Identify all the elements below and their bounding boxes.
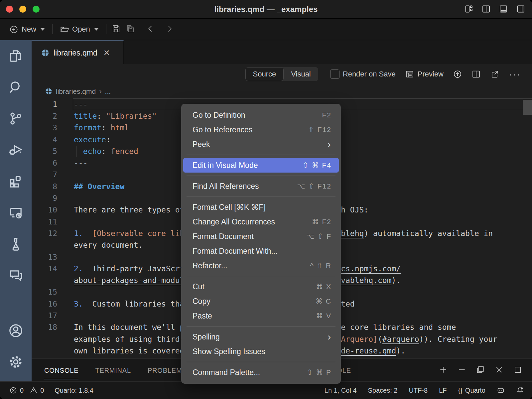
problems-status[interactable]: 0 0 [9, 386, 44, 394]
menu-item-shortcut: ^ ⇧ R [310, 262, 332, 270]
customize-layout-icon[interactable] [464, 4, 473, 15]
panel-restore-icon[interactable] [476, 365, 485, 375]
editor-scrollbar[interactable] [523, 100, 532, 115]
menu-item-command-palette[interactable]: Command Palette...⇧ ⌘ P [183, 365, 339, 380]
panel-plus-icon[interactable] [439, 365, 448, 375]
menu-item-go-to-definition[interactable]: Go to DefinitionF2 [183, 108, 339, 122]
quarto-version-status[interactable]: Quarto: 1.8.4 [55, 387, 93, 394]
notifications-bell-icon[interactable] [516, 386, 524, 394]
preview-button[interactable]: Preview [405, 69, 444, 79]
line-number: 1 [32, 100, 57, 109]
menu-item-format-document[interactable]: Format Document⌥ ⇧ F [183, 229, 339, 244]
search-sidebar-icon[interactable] [8, 79, 24, 95]
visual-mode-button[interactable]: Visual [284, 67, 318, 81]
source-control-icon[interactable] [8, 111, 24, 126]
go-forward-button[interactable] [165, 24, 174, 35]
close-tab-icon[interactable]: ✕ [103, 48, 110, 58]
panel-tab-console[interactable]: CONSOLE [44, 359, 78, 382]
menu-item-refactor[interactable]: Refactor...^ ⇧ R [183, 258, 339, 273]
menu-item-shortcut: ⇧ F12 [308, 126, 332, 134]
indentation-status[interactable]: Spaces: 2 [368, 387, 398, 394]
code-line-content: --- [74, 100, 88, 109]
menu-item-shortcut: ⌘ F2 [312, 218, 332, 226]
code-token: code-reuse.qmd [332, 346, 396, 355]
remote-explorer-icon[interactable] [8, 205, 24, 221]
open-button[interactable]: Open [57, 23, 101, 36]
menu-separator [187, 326, 335, 327]
panel-maximize-icon[interactable] [513, 365, 522, 375]
menu-item-find-all-references[interactable]: Find All References⌥ ⇧ F12 [183, 179, 339, 194]
language-mode-status[interactable]: {} Quarto [458, 387, 485, 394]
copilot-icon[interactable] [497, 386, 505, 394]
menu-item-shortcut: ⇧ ⌘ P [307, 368, 332, 376]
more-actions-button[interactable]: ··· [509, 71, 521, 77]
code-line-content: every document. [74, 241, 143, 249]
menu-item-label: Format Document With... [193, 247, 332, 256]
extensions-icon[interactable] [8, 173, 24, 189]
menu-item-show-spelling-issues[interactable]: Show Spelling Issues [183, 344, 339, 359]
code-token: 3. [74, 300, 83, 308]
menu-item-shortcut: ⌥ ⇧ F [306, 232, 332, 240]
account-icon[interactable] [8, 323, 24, 338]
menu-item-go-to-references[interactable]: Go to References⇧ F12 [183, 122, 339, 137]
code-token: execute [74, 135, 106, 144]
save-all-button[interactable] [125, 24, 135, 35]
menu-item-copy[interactable]: Copy⌘ C [183, 294, 339, 309]
line-number: 10 [32, 205, 57, 214]
status-bar: 0 0 Quarto: 1.8.4 Ln 1, Col 4 Spaces: 2 … [0, 381, 532, 399]
menu-item-paste[interactable]: Paste⌘ V [183, 309, 339, 323]
menu-item-label: Change All Occurrences [193, 217, 312, 226]
source-mode-button[interactable]: Source [245, 67, 284, 81]
menu-item-format-cell-k-f[interactable]: Format Cell [⌘K ⌘F] [183, 200, 339, 214]
cursor-position-status[interactable]: Ln 1, Col 4 [325, 387, 357, 394]
code-line-content: format: html [74, 123, 129, 132]
menu-item-peek[interactable]: Peek› [183, 137, 339, 152]
panel-minimize-icon[interactable] [458, 365, 466, 375]
menu-item-label: Show Spelling Issues [193, 347, 332, 356]
toggle-panel-icon[interactable] [499, 4, 508, 15]
preview-icon [405, 69, 414, 79]
save-icon [111, 24, 121, 34]
menu-item-edit-in-visual-mode[interactable]: Edit in Visual Mode⇧ ⌘ F4 [183, 158, 339, 173]
code-token: #arquero [382, 335, 419, 343]
save-button[interactable] [111, 24, 121, 35]
split-editor-icon[interactable] [481, 4, 491, 15]
quarto-file-icon [41, 49, 50, 57]
eol-status[interactable]: LF [439, 387, 447, 394]
code-line-content: --- [74, 159, 88, 167]
app-window: libraries.qmd — _examples New Open [0, 0, 532, 399]
breadcrumb[interactable]: libraries.qmd › ... [32, 84, 532, 98]
code-token: 1. [74, 229, 83, 238]
render-document-button[interactable] [453, 69, 462, 79]
new-button[interactable]: New [7, 23, 48, 36]
run-debug-icon[interactable] [8, 142, 24, 158]
split-editor-button[interactable] [471, 69, 481, 79]
code-token: about-packages-and-modules [74, 276, 194, 285]
split-columns-icon [471, 69, 481, 79]
panel-tab-problems[interactable]: PROBLEMS [148, 359, 187, 382]
encoding-status[interactable]: UTF-8 [409, 387, 428, 394]
menu-item-label: Cut [193, 282, 316, 291]
code-token: : [101, 147, 111, 156]
menu-item-change-all-occurrences[interactable]: Change All Occurrences⌘ F2 [183, 214, 339, 229]
line-number: 6 [32, 159, 57, 167]
menu-item-label: Refactor... [193, 261, 310, 270]
tab-libraries-qmd[interactable]: libraries.qmd ✕ [32, 40, 124, 65]
go-back-button[interactable] [146, 24, 155, 35]
explorer-icon[interactable] [8, 48, 24, 64]
menu-item-label: Copy [193, 297, 316, 306]
open-in-new-window-button[interactable] [490, 69, 499, 79]
save-all-icon [125, 24, 135, 34]
menu-item-spelling[interactable]: Spelling› [183, 330, 339, 344]
comments-icon[interactable] [8, 268, 24, 283]
toggle-secondary-sidebar-icon[interactable] [516, 4, 525, 15]
menu-item-cut[interactable]: Cut⌘ X [183, 279, 339, 294]
line-number: 15 [32, 288, 57, 296]
render-on-save-checkbox[interactable] [330, 69, 339, 79]
menu-item-shortcut: F2 [322, 111, 332, 119]
settings-gear-icon[interactable] [8, 354, 24, 370]
panel-close-icon[interactable] [495, 365, 503, 375]
panel-tab-terminal[interactable]: TERMINAL [95, 359, 131, 382]
testing-icon[interactable] [8, 236, 24, 252]
menu-item-format-document-with[interactable]: Format Document With... [183, 244, 339, 258]
